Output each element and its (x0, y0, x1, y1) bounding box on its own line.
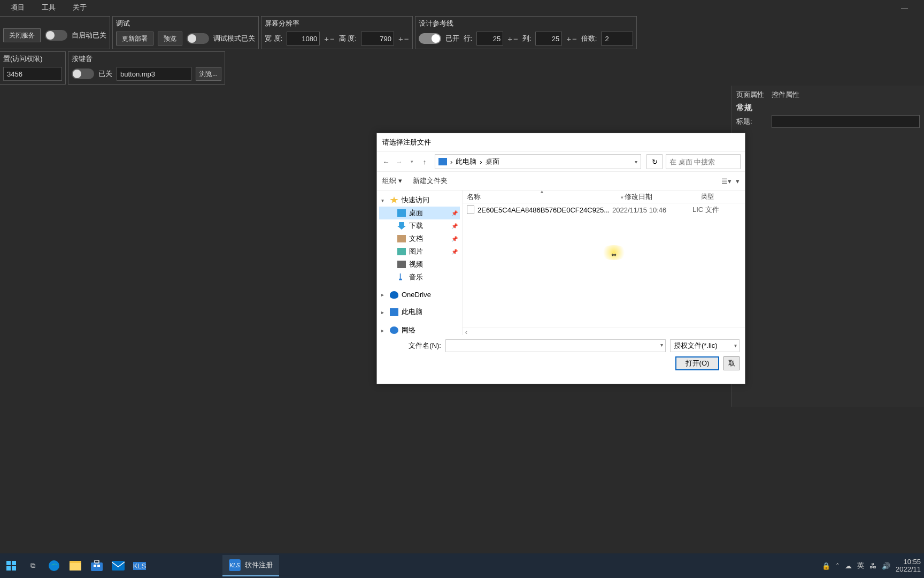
addr-dropdown-icon[interactable]: ▾ (635, 159, 637, 165)
col-filter-icon[interactable]: ▾ (621, 195, 623, 200)
addr-desktop[interactable]: 桌面 (486, 157, 499, 166)
store-icon[interactable] (89, 558, 105, 574)
menu-project[interactable]: 项目 (11, 3, 25, 12)
nav-forward-icon[interactable]: → (394, 157, 404, 166)
chevron-down-icon[interactable]: ▾ (734, 343, 737, 348)
search-input[interactable] (666, 154, 741, 169)
width-minus-icon[interactable]: − (330, 34, 335, 43)
col-date-header[interactable]: ▾修改日期 (617, 192, 697, 202)
guides-col-input[interactable] (535, 32, 562, 45)
refresh-button[interactable]: ↻ (646, 154, 663, 169)
tree-pictures[interactable]: 图片📌 (379, 245, 460, 258)
pc-icon (390, 308, 398, 316)
guides-row-input[interactable] (476, 32, 503, 45)
dialog-toolbar: 组织 ▾ 新建文件夹 ☰▾ ▾ (377, 172, 745, 191)
tray-chevron-up-icon[interactable]: ˄ (836, 562, 840, 570)
tray-security-icon[interactable]: 🔒 (822, 562, 830, 570)
start-button[interactable] (3, 558, 19, 574)
address-bar[interactable]: › 此电脑 › 桌面 ▾ (435, 154, 641, 169)
toolbar-row-1: 关闭服务 自启动已关 调试 更新部署 预览 调试模式已关 屏幕分辨率 宽 度: … (0, 15, 924, 50)
file-filter-select[interactable]: 授权文件(*.lic)▾ (670, 339, 740, 352)
guides-mult-input[interactable] (601, 32, 633, 45)
tree-desktop[interactable]: 桌面📌 (379, 207, 460, 219)
group-keysound: 按键音 已关 浏览... (68, 51, 225, 85)
open-button[interactable]: 打开(O) (675, 356, 719, 370)
edge-icon[interactable] (46, 558, 62, 574)
height-minus-icon[interactable]: − (404, 34, 409, 43)
h-scrollbar[interactable]: ‹ (463, 328, 745, 335)
tray-onedrive-icon[interactable]: ☁ (845, 562, 852, 570)
document-icon (397, 235, 406, 242)
keysound-file-input[interactable] (117, 67, 191, 81)
tray-network-icon[interactable]: 🖧 (869, 562, 876, 570)
window-minimize-icon[interactable]: — (901, 4, 908, 12)
tree-music[interactable]: 音乐 (379, 271, 460, 284)
prop-title-input[interactable] (772, 115, 920, 128)
download-icon (397, 222, 406, 230)
pin-icon: 📌 (451, 210, 458, 216)
autostart-toggle[interactable] (45, 30, 67, 41)
task-view-icon[interactable]: ⧉ (25, 558, 41, 574)
col-type-header[interactable]: 类型 (697, 192, 745, 201)
svg-rect-11 (112, 561, 125, 571)
width-plus-icon[interactable]: + (324, 34, 329, 43)
group-resolution-title: 屏幕分辨率 (265, 19, 409, 28)
addr-thispc[interactable]: 此电脑 (456, 157, 476, 166)
filename-input[interactable]: ▾ (445, 339, 666, 352)
col-name-header[interactable]: ▲名称 (463, 192, 617, 202)
keysound-toggle[interactable] (72, 69, 94, 79)
tab-control-props[interactable]: 控件属性 (772, 90, 799, 100)
menu-tools[interactable]: 工具 (42, 3, 56, 12)
row-minus-icon[interactable]: − (513, 34, 518, 43)
menubar: 项目 工具 关于 — (0, 0, 924, 15)
deploy-button[interactable]: 更新部署 (116, 32, 153, 45)
access-input[interactable] (3, 67, 62, 81)
new-folder-button[interactable]: 新建文件夹 (413, 176, 448, 186)
tray-ime-label[interactable]: 英 (857, 561, 864, 571)
tree-network[interactable]: ▸网络 (379, 324, 460, 335)
chevron-down-icon[interactable]: ▾ (660, 342, 663, 348)
debug-mode-toggle[interactable] (187, 33, 209, 44)
close-service-button[interactable]: 关闭服务 (3, 28, 41, 42)
tree-videos[interactable]: 视频 (379, 258, 460, 271)
cancel-button[interactable]: 取 (723, 356, 740, 370)
keysound-browse-button[interactable]: 浏览... (196, 67, 221, 81)
organize-menu[interactable]: 组织 ▾ (382, 176, 402, 186)
height-plus-icon[interactable]: + (398, 34, 403, 43)
nav-recent-icon[interactable]: ▾ (407, 157, 417, 166)
file-open-dialog: 请选择注册文件 ← → ▾ ↑ › 此电脑 › 桌面 ▾ ↻ 组织 ▾ 新建文件… (376, 133, 745, 384)
taskbar: ⧉ KLS KLS 软件注册 🔒 ˄ ☁ 英 🖧 🔊 10:55 2022/11 (0, 553, 924, 578)
tray-clock[interactable]: 10:55 2022/11 (896, 558, 921, 573)
tree-downloads[interactable]: 下载📌 (379, 219, 460, 232)
menu-about[interactable]: 关于 (73, 3, 87, 12)
mail-icon[interactable] (110, 558, 126, 574)
debug-mode-label: 调试模式已关 (213, 34, 255, 43)
width-input[interactable] (287, 32, 320, 45)
file-date: 2022/11/15 10:46 (612, 206, 692, 214)
tree-thispc[interactable]: ▸此电脑 (379, 306, 460, 318)
col-minus-icon[interactable]: − (572, 34, 577, 43)
height-input[interactable] (361, 32, 394, 45)
explorer-icon[interactable] (67, 558, 83, 574)
svg-rect-9 (94, 565, 96, 567)
music-icon (397, 273, 406, 281)
taskbar-app-register[interactable]: KLS 软件注册 (222, 555, 279, 576)
col-plus-icon[interactable]: + (566, 34, 571, 43)
app-kls-icon[interactable]: KLS (132, 558, 148, 574)
nav-up-icon[interactable]: ↑ (420, 157, 429, 166)
tree-onedrive[interactable]: ▸OneDrive (379, 289, 460, 300)
guides-toggle[interactable] (419, 33, 441, 44)
prop-section-general: 常规 (736, 103, 920, 113)
pictures-icon (397, 248, 406, 255)
file-row[interactable]: 2E60E5C4AEA8486B576DE0CF24C925... 2022/1… (463, 203, 745, 216)
nav-back-icon[interactable]: ← (381, 157, 391, 166)
tray-volume-icon[interactable]: 🔊 (882, 562, 890, 570)
view-help-icon[interactable]: ▾ (736, 177, 740, 185)
tab-page-props[interactable]: 页面属性 (736, 90, 764, 100)
tree-documents[interactable]: 文档📌 (379, 232, 460, 245)
taskbar-app-label: 软件注册 (245, 560, 273, 570)
tree-quick-access[interactable]: ▾快速访问 (379, 194, 460, 207)
row-plus-icon[interactable]: + (507, 34, 512, 43)
preview-button[interactable]: 预览 (158, 32, 182, 45)
view-mode-icon[interactable]: ☰▾ (721, 177, 732, 185)
